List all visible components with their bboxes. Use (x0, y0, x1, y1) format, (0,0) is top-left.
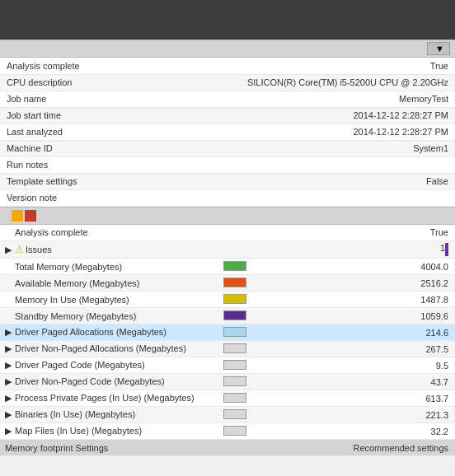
memory-color-cell (214, 275, 256, 292)
memory-value-cell: 267.5 (256, 341, 455, 357)
row-expander-icon[interactable]: ▶ (5, 343, 15, 354)
run-info-label: Job name (0, 91, 124, 107)
memory-row-color-swatch (223, 261, 246, 271)
memory-row-label: Map Files (In Use) (Megabytes) (15, 426, 142, 436)
memory-row-label: Binaries (In Use) (Megabytes) (15, 409, 135, 419)
row-expander-icon[interactable]: ▶ (5, 409, 15, 420)
memory-row-color-swatch (223, 360, 246, 370)
memory-label-cell: Analysis complete (0, 225, 214, 241)
memory-label-cell: ▶⚠Issues (0, 241, 214, 259)
memory-value-cell: 1059.6 (256, 308, 455, 324)
run-info-label: CPU description (0, 74, 124, 91)
memory-chip (25, 210, 36, 222)
run-info-label: Job start time (0, 107, 124, 124)
memory-row-label: Total Memory (Megabytes) (15, 262, 122, 272)
memory-section: Analysis complete True ▶⚠Issues 1 Total … (0, 207, 455, 457)
memory-row[interactable]: ▶Process Private Pages (In Use) (Megabyt… (0, 390, 455, 407)
run-info-value (124, 156, 455, 173)
memory-value-cell: 214.6 (256, 324, 455, 341)
memory-row[interactable]: Available Memory (Megabytes) 2516.2 (0, 275, 455, 292)
memory-color-cell (214, 341, 256, 357)
memory-value-cell: 1487.8 (256, 292, 455, 308)
memory-chip (12, 210, 23, 222)
memory-row-label: Process Private Pages (In Use) (Megabyte… (15, 393, 195, 403)
row-expander-icon[interactable]: ▶ (5, 360, 15, 371)
run-info-value: 2014-12-12 2:28:27 PM (124, 124, 455, 140)
memory-row-color-swatch (223, 294, 246, 304)
memory-row[interactable]: ▶Driver Non-Paged Allocations (Megabytes… (0, 341, 455, 357)
memory-row[interactable]: Standby Memory (Megabytes) 1059.6 (0, 308, 455, 324)
memory-label-cell: ▶Driver Paged Allocations (Megabytes) (0, 324, 214, 341)
row-expander-icon[interactable]: ▶ (5, 245, 15, 255)
memory-row[interactable]: Analysis complete True (0, 225, 455, 241)
row-expander-icon[interactable]: ▶ (5, 426, 15, 436)
memory-row-label: Driver Non-Paged Code (Megabytes) (15, 376, 165, 386)
memory-color-cell (214, 225, 256, 241)
memory-row[interactable]: ▶Driver Paged Code (Megabytes) 9.5 (0, 357, 455, 374)
row-expander-icon[interactable]: ▶ (5, 327, 15, 338)
memory-value-cell: 613.7 (256, 390, 455, 407)
run-info-row: Template settings False (0, 173, 455, 189)
memory-table: Analysis complete True ▶⚠Issues 1 Total … (0, 225, 455, 457)
select-rows-button[interactable]: ▼ (427, 42, 450, 55)
run-info-label: Last analyzed (0, 124, 124, 140)
memory-color-cell (214, 241, 256, 259)
memory-row[interactable]: ▶Driver Non-Paged Code (Megabytes) 43.7 (0, 374, 455, 390)
memory-label-cell: ▶Binaries (In Use) (Megabytes) (0, 407, 214, 423)
memory-row-label: Driver Non-Paged Allocations (Megabytes) (15, 343, 186, 353)
memory-row[interactable]: Total Memory (Megabytes) 4004.0 (0, 259, 455, 275)
memory-value-cell: 1 (256, 241, 455, 259)
memory-color-cell (214, 324, 256, 341)
memory-label-cell: Available Memory (Megabytes) (0, 275, 214, 292)
memory-row[interactable]: ▶⚠Issues 1 (0, 241, 455, 259)
run-info-row: Job name MemoryTest (0, 91, 455, 107)
memory-label-cell: ▶Driver Non-Paged Allocations (Megabytes… (0, 341, 214, 357)
memory-color-cell (214, 259, 256, 275)
run-info-header: ▼ (0, 40, 455, 58)
run-info-row: Last analyzed 2014-12-12 2:28:27 PM (0, 124, 455, 140)
memory-label-cell: Memory In Use (Megabytes) (0, 292, 214, 308)
run-info-value: 2014-12-12 2:28:27 PM (124, 107, 455, 124)
memory-row-label: Analysis complete (15, 227, 88, 237)
memory-row-color-swatch (223, 343, 246, 353)
run-info-row: Run notes (0, 156, 455, 173)
run-info-value: MemoryTest (124, 91, 455, 107)
memory-value-cell: 43.7 (256, 374, 455, 390)
memory-row-color-swatch (223, 426, 246, 436)
row-expander-icon[interactable]: ▶ (5, 393, 15, 404)
memory-color-cell (214, 407, 256, 423)
memory-row[interactable]: ▶Binaries (In Use) (Megabytes) 221.3 (0, 407, 455, 423)
memory-value-cell: True (256, 225, 455, 241)
memory-label-cell: Standby Memory (Megabytes) (0, 308, 214, 324)
memory-row[interactable]: ▶Map Files (In Use) (Megabytes) 32.2 (0, 423, 455, 440)
row-expander-icon[interactable]: ▶ (5, 376, 15, 387)
run-info-row: Machine ID System1 (0, 140, 455, 156)
memory-row-label: Available Memory (Megabytes) (15, 278, 139, 288)
memory-row[interactable]: Memory In Use (Megabytes) 1487.8 (0, 292, 455, 308)
run-info-label: Template settings (0, 173, 124, 189)
run-info-value (124, 189, 455, 206)
memory-value-cell: 9.5 (256, 357, 455, 374)
memory-value-cell: 4004.0 (256, 259, 455, 275)
memory-color-cell (214, 308, 256, 324)
memory-row-color-swatch (223, 409, 246, 419)
run-info-label: Version note (0, 189, 124, 206)
memory-row-color-swatch (223, 393, 246, 403)
memory-row-label: Memory In Use (Megabytes) (15, 295, 129, 305)
memory-label-cell: ▶Driver Non-Paged Code (Megabytes) (0, 374, 214, 390)
issues-bar (445, 243, 448, 256)
memory-label-cell: Total Memory (Megabytes) (0, 259, 214, 275)
memory-color-cell (214, 423, 256, 440)
memory-color-cell (214, 357, 256, 374)
memory-color-cell (214, 390, 256, 407)
memory-value-cell: 2516.2 (256, 275, 455, 292)
run-info-value: SILICON(R) Core(TM) i5-5200U CPU @ 2.20G… (124, 74, 455, 91)
memory-row[interactable]: ▶Driver Paged Allocations (Megabytes) 21… (0, 324, 455, 341)
memory-color-cell (214, 374, 256, 390)
memory-row-label: Issues (26, 245, 52, 254)
memory-value-cell: 32.2 (256, 423, 455, 440)
run-info-label: Machine ID (0, 140, 124, 156)
memory-color-cell (214, 292, 256, 308)
run-info-value: False (124, 173, 455, 189)
memory-label-cell: ▶Process Private Pages (In Use) (Megabyt… (0, 390, 214, 407)
